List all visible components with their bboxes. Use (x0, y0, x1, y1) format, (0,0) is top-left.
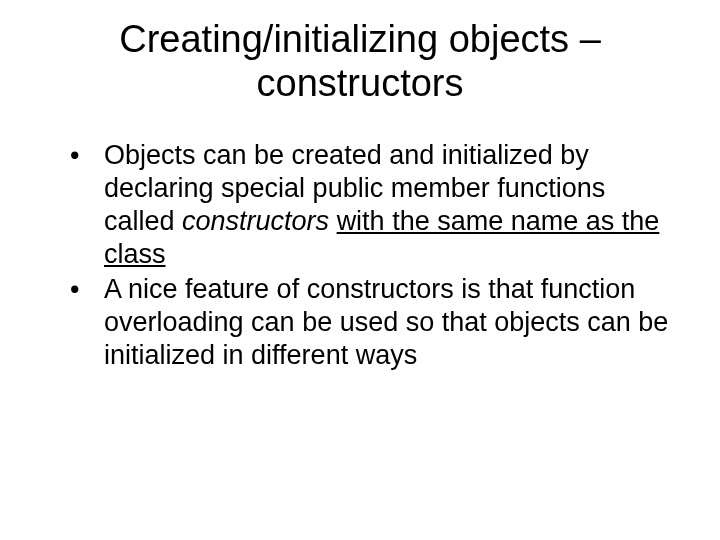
bullet-1-italic: constructors (182, 206, 329, 236)
bullet-item-2: A nice feature of constructors is that f… (70, 273, 680, 372)
bullet-item-1: Objects can be created and initialized b… (70, 139, 680, 271)
bullet-list: Objects can be created and initialized b… (40, 139, 680, 372)
bullet-2-text: A nice feature of constructors is that f… (104, 274, 668, 370)
bullet-1-space (329, 206, 337, 236)
slide-title: Creating/initializing objects – construc… (40, 18, 680, 105)
